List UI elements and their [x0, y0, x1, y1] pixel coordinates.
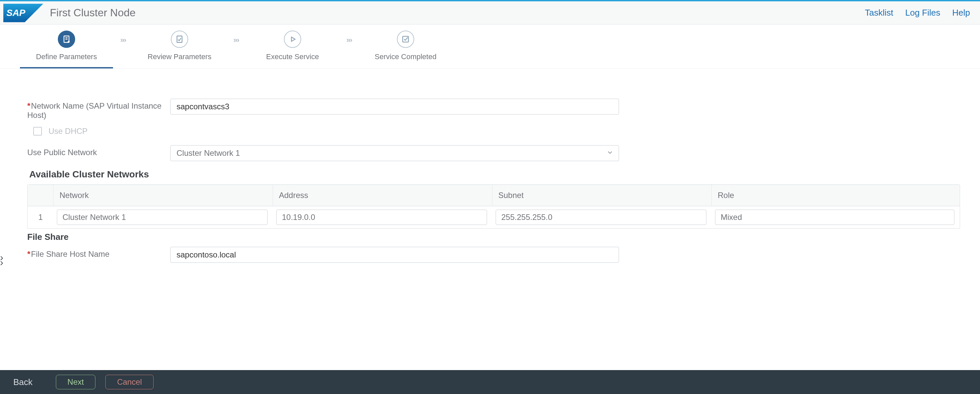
table-body: 1	[28, 206, 960, 228]
available-networks-table: Network Address Subnet Role 1	[27, 184, 960, 229]
sap-logo: SAP	[3, 3, 43, 22]
step-label: Review Parameters	[148, 52, 212, 61]
svg-rect-9	[402, 36, 408, 42]
use-public-network-select[interactable]	[170, 145, 619, 161]
th-address: Address	[273, 185, 492, 206]
cancel-button[interactable]: Cancel	[105, 375, 154, 389]
wizard-steps: Define Parameters ››› Review Parameters …	[0, 25, 980, 69]
back-button[interactable]: Back	[13, 377, 33, 388]
row-use-public-network: Use Public Network	[27, 145, 960, 161]
available-networks-heading: Available Cluster Networks	[29, 169, 960, 180]
document-plus-icon	[58, 30, 75, 48]
svg-rect-7	[177, 36, 182, 43]
svg-text:SAP: SAP	[6, 8, 25, 18]
step-execute-service[interactable]: Execute Service	[246, 30, 339, 67]
page-title: First Cluster Node	[50, 6, 136, 19]
use-public-network-value[interactable]	[170, 145, 619, 161]
step-separator: ›››	[113, 30, 133, 44]
file-share-host-label: *File Share Host Name	[27, 247, 170, 259]
cell-address-input[interactable]	[276, 210, 487, 225]
table-row: 1	[28, 206, 960, 228]
main-form: ›› *Network Name (SAP Virtual Instance H…	[0, 69, 980, 370]
step-define-parameters[interactable]: Define Parameters	[20, 30, 113, 68]
th-network: Network	[54, 185, 273, 206]
cell-subnet-input[interactable]	[496, 210, 706, 225]
step-service-completed[interactable]: Service Completed	[359, 30, 452, 67]
network-name-label: *Network Name (SAP Virtual Instance Host…	[27, 98, 170, 120]
row-network-name: *Network Name (SAP Virtual Instance Host…	[27, 98, 960, 120]
step-label: Define Parameters	[36, 52, 97, 61]
file-share-heading: File Share	[27, 232, 960, 242]
step-separator: ›››	[226, 30, 246, 44]
help-link[interactable]: Help	[952, 8, 970, 18]
table-header-row: Network Address Subnet Role	[28, 185, 960, 206]
tasklist-link[interactable]: Tasklist	[865, 8, 893, 18]
step-label: Execute Service	[266, 52, 319, 61]
cell-role-input[interactable]	[715, 210, 955, 225]
step-review-parameters[interactable]: Review Parameters	[133, 30, 226, 67]
use-dhcp-checkbox[interactable]	[33, 127, 42, 135]
cell-index: 1	[28, 213, 54, 222]
step-separator: ›››	[339, 30, 359, 44]
required-indicator: *	[27, 101, 30, 110]
network-name-input[interactable]	[170, 98, 619, 114]
th-subnet: Subnet	[492, 185, 712, 206]
th-role: Role	[712, 185, 960, 206]
cell-network-input[interactable]	[57, 210, 267, 225]
use-dhcp-label: Use DHCP	[49, 127, 88, 136]
row-file-share-host: *File Share Host Name	[27, 247, 960, 263]
logfiles-link[interactable]: Log Files	[905, 8, 940, 18]
file-share-host-input[interactable]	[170, 247, 619, 263]
row-use-dhcp: Use DHCP	[33, 127, 960, 136]
header-left: SAP First Cluster Node	[3, 3, 136, 22]
th-index	[28, 185, 54, 206]
use-public-network-label: Use Public Network	[27, 145, 170, 157]
required-indicator: *	[27, 249, 30, 259]
footer-bar: Back Next Cancel	[0, 370, 980, 394]
expand-sidebar-icon[interactable]: ››	[0, 255, 3, 265]
document-check-icon	[171, 30, 188, 48]
checkbox-icon	[397, 30, 414, 48]
next-button[interactable]: Next	[56, 375, 95, 389]
play-icon	[284, 30, 301, 48]
app-header: SAP First Cluster Node Tasklist Log File…	[0, 1, 980, 25]
svg-marker-8	[291, 37, 295, 41]
step-label: Service Completed	[375, 52, 436, 61]
header-right: Tasklist Log Files Help	[865, 8, 970, 18]
